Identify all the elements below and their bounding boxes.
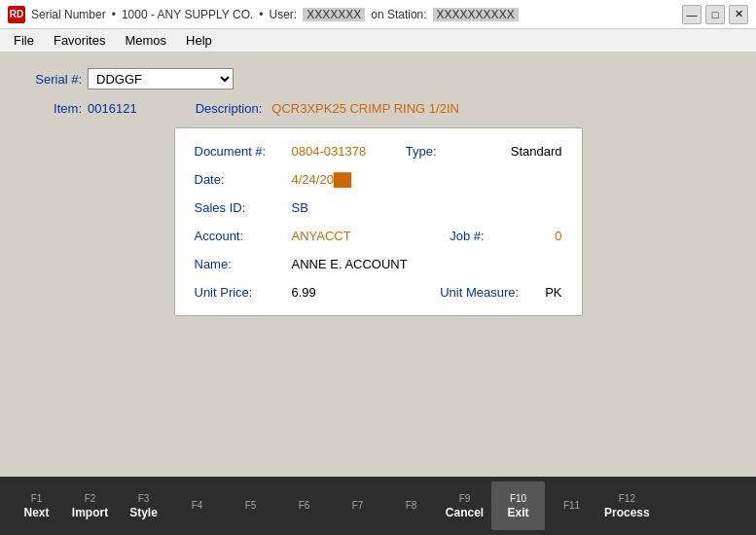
fn4-key[interactable]: F4 <box>170 482 224 530</box>
measure-group: Unit Measure: PK <box>440 285 561 300</box>
separator1: • <box>112 8 116 21</box>
item-row: Item: 0016121 Description: QCR3XPK25 CRI… <box>19 101 737 116</box>
name-row: Name: ANNE E. ACCOUNT <box>195 257 562 271</box>
fn10-key[interactable]: F10 Exit <box>491 482 545 530</box>
fn1-num: F1 <box>31 493 43 504</box>
station-value: XXXXXXXXXX <box>433 8 519 21</box>
name-label: Name: <box>195 257 292 271</box>
fn12-num: F12 <box>619 493 635 504</box>
serial-row: Serial #: DDGGF <box>19 68 737 89</box>
sales-value: SB <box>292 200 308 215</box>
fn8-key[interactable]: F8 <box>384 482 438 530</box>
price-row: Unit Price: 6.99 Unit Measure: PK <box>195 285 562 300</box>
name-value: ANNE E. ACCOUNT <box>292 257 408 271</box>
price-label: Unit Price: <box>195 285 292 300</box>
fn10-num: F10 <box>510 493 526 504</box>
fn-bar: F1 Next F2 Import F3 Style F4 F5 F6 F7 F… <box>0 477 756 535</box>
user-value: XXXXXXX <box>303 8 365 21</box>
close-button[interactable]: ✕ <box>729 5 748 24</box>
separator2: • <box>259 8 263 21</box>
job-label: Job #: <box>450 229 547 243</box>
fn7-num: F7 <box>352 500 364 511</box>
title-text: Serial Number <box>31 8 106 21</box>
fn8-num: F8 <box>406 500 417 511</box>
type-group: Type: Standard <box>406 144 562 159</box>
minimize-button[interactable]: — <box>682 5 702 24</box>
company-text: 1000 - ANY SUPPLY CO. <box>122 8 253 21</box>
menu-help[interactable]: Help <box>176 31 222 50</box>
job-value: 0 <box>555 229 561 243</box>
menu-memos[interactable]: Memos <box>115 31 176 50</box>
date-value: 4/24/20██ <box>292 172 352 187</box>
fn2-label: Import <box>72 506 108 519</box>
user-label: User: <box>270 8 298 21</box>
title-bar: RD Serial Number • 1000 - ANY SUPPLY CO.… <box>0 0 756 29</box>
fn6-key[interactable]: F6 <box>277 482 331 530</box>
price-value: 6.99 <box>292 285 316 300</box>
sales-label: Sales ID: <box>195 200 292 215</box>
menu-bar: File Favorites Memos Help <box>0 29 756 53</box>
item-value: 0016121 <box>88 101 137 116</box>
measure-value: PK <box>545 285 561 300</box>
fn5-key[interactable]: F5 <box>224 482 277 530</box>
fn12-key[interactable]: F12 Process <box>598 482 656 530</box>
fn3-label: Style <box>129 506 158 519</box>
measure-label: Unit Measure: <box>440 285 537 300</box>
account-label: Account: <box>195 229 292 243</box>
item-label: Item: <box>19 101 88 116</box>
fn1-key[interactable]: F1 Next <box>10 482 63 530</box>
sales-row: Sales ID: SB <box>195 200 562 215</box>
fn9-num: F9 <box>459 493 471 504</box>
doc-num-value: 0804-031378 <box>292 144 367 159</box>
fn5-num: F5 <box>245 500 257 511</box>
fn12-label: Process <box>604 506 650 519</box>
date-row: Date: 4/24/20██ <box>195 172 562 187</box>
serial-label: Serial #: <box>19 72 88 87</box>
fn7-key[interactable]: F7 <box>331 482 384 530</box>
type-value: Standard <box>511 144 562 159</box>
document-card: Document #: 0804-031378 Type: Standard D… <box>174 127 583 316</box>
main-content: Serial #: DDGGF Item: 0016121 Descriptio… <box>0 53 756 477</box>
fn3-key[interactable]: F3 Style <box>117 482 170 530</box>
fn11-key[interactable]: F11 <box>545 482 598 530</box>
menu-favorites[interactable]: Favorites <box>44 31 115 50</box>
date-label: Date: <box>195 172 292 187</box>
fn1-label: Next <box>23 506 49 519</box>
fn9-label: Cancel <box>446 506 484 519</box>
desc-value: QCR3XPK25 CRIMP RING 1/2IN <box>271 101 459 116</box>
desc-label: Description: <box>196 101 263 116</box>
fn4-num: F4 <box>192 500 203 511</box>
fn10-label: Exit <box>507 506 528 519</box>
fn2-num: F2 <box>85 493 96 504</box>
doc-num-label: Document #: <box>195 144 292 159</box>
menu-file[interactable]: File <box>4 31 44 50</box>
title-bar-controls: — □ ✕ <box>682 5 748 24</box>
fn2-key[interactable]: F2 Import <box>63 482 117 530</box>
station-label: on Station: <box>371 8 426 21</box>
doc-num-row: Document #: 0804-031378 Type: Standard <box>195 144 562 159</box>
maximize-button[interactable]: □ <box>705 5 725 24</box>
job-group: Job #: 0 <box>450 229 561 243</box>
fn6-num: F6 <box>299 500 310 511</box>
fn3-num: F3 <box>138 493 150 504</box>
account-value: ANYACCT <box>292 229 351 243</box>
title-bar-left: RD Serial Number • 1000 - ANY SUPPLY CO.… <box>8 6 519 23</box>
fn11-num: F11 <box>563 500 580 511</box>
app-icon: RD <box>8 6 25 23</box>
account-row: Account: ANYACCT Job #: 0 <box>195 229 562 243</box>
type-label: Type: <box>406 144 503 159</box>
fn9-key[interactable]: F9 Cancel <box>438 482 491 530</box>
serial-select[interactable]: DDGGF <box>88 68 234 89</box>
